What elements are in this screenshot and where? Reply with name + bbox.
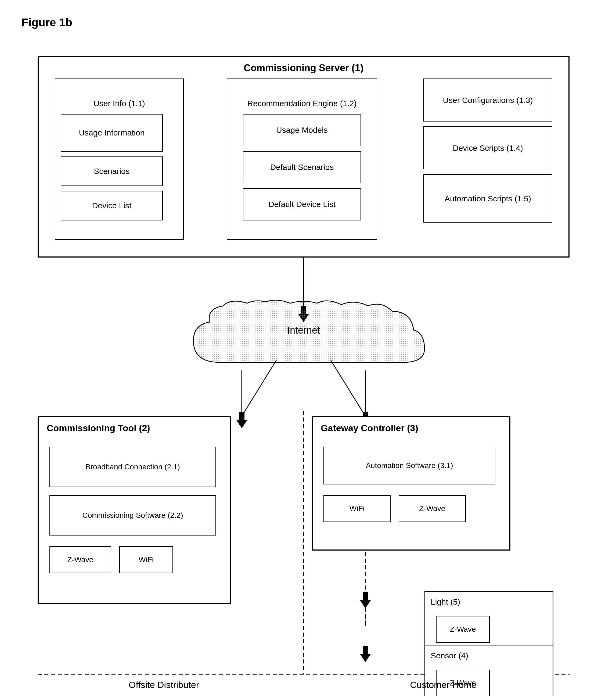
diagram: Commissioning Server (1) User Info (1.1)… [21, 40, 586, 696]
user-info-box: User Info (1.1) Usage Information Scenar… [55, 79, 184, 240]
commissioning-server-title: Commissioning Server (1) [244, 62, 363, 75]
commissioning-tool-title: Commissioning Tool (2) [47, 422, 150, 434]
gateway-controller-box: Gateway Controller (3) Automation Softwa… [312, 416, 510, 551]
recommendation-engine-label: Recommendation Engine (1.2) [247, 98, 357, 109]
svg-marker-15 [360, 646, 371, 662]
commissioning-server-box: Commissioning Server (1) User Info (1.1)… [38, 56, 569, 257]
sensor-title: Sensor (4) [431, 650, 468, 661]
customer-home-label: Customer Home [317, 680, 569, 690]
commissioning-tool-box: Commissioning Tool (2) Broadband Connect… [38, 416, 231, 604]
internet-label: Internet [287, 325, 320, 336]
scenarios-box: Scenarios [61, 156, 163, 186]
ct-wifi-box: WiFi [119, 546, 173, 573]
usage-information-box: Usage Information [61, 114, 163, 152]
default-scenarios-box: Default Scenarios [243, 151, 361, 183]
recommendation-engine-box: Recommendation Engine (1.2) Usage Models… [227, 79, 377, 240]
broadband-connection-box: Broadband Connection (2.1) [49, 447, 216, 487]
user-configurations-box: User Configurations (1.3) [423, 79, 552, 122]
default-device-list-box: Default Device List [243, 188, 361, 220]
internet-cloud: Internet [177, 298, 430, 373]
device-scripts-box: Device Scripts (1.4) [423, 126, 552, 169]
user-info-label: User Info (1.1) [94, 98, 145, 109]
offsite-label: Offsite Distributer [38, 680, 290, 690]
light-title: Light (5) [431, 597, 460, 607]
commissioning-software-box: Commissioning Software (2.2) [49, 495, 216, 536]
device-list-box: Device List [61, 191, 163, 220]
ct-zwave-box: Z-Wave [49, 546, 111, 573]
usage-models-box: Usage Models [243, 114, 361, 146]
gateway-controller-title: Gateway Controller (3) [321, 422, 418, 434]
automation-software-box: Automation Software (3.1) [323, 447, 496, 485]
svg-marker-14 [360, 592, 371, 608]
gc-zwave-box: Z-Wave [399, 495, 466, 522]
automation-scripts-box: Automation Scripts (1.5) [423, 174, 552, 223]
figure-label: Figure 1b [21, 16, 595, 29]
gc-wifi-box: WiFi [323, 495, 391, 522]
right-column: User Configurations (1.3) Device Scripts… [423, 79, 552, 240]
svg-marker-12 [237, 412, 247, 428]
light-zwave-box: Z-Wave [436, 616, 490, 643]
